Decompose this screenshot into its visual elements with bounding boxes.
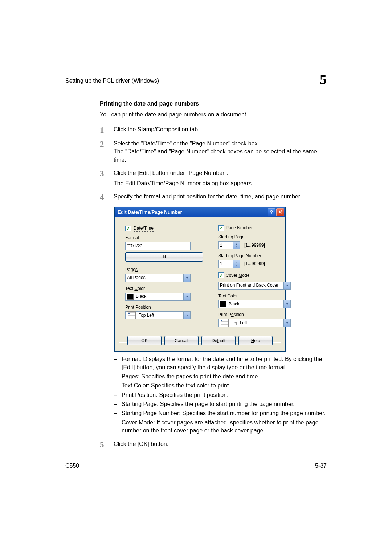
covermode-checkbox[interactable]: ✓ Cover Mode bbox=[218, 272, 291, 279]
step-3: 3 Click the [Edit] button under "Page Nu… bbox=[100, 169, 327, 188]
step-2-number: 2 bbox=[100, 140, 114, 164]
chapter-number: 5 bbox=[320, 73, 327, 86]
datetime-column: ✓ Date/Time Format '07/1/23 Edit... Page… bbox=[125, 225, 203, 327]
startingpagenum-label: Starting Page Number bbox=[218, 253, 291, 259]
textcolor-left-combo[interactable]: Black ▾ bbox=[125, 293, 191, 301]
format-field: '07/1/23 bbox=[125, 242, 191, 250]
checkbox-icon: ✓ bbox=[218, 272, 224, 278]
titlebar-help-button[interactable]: ? bbox=[268, 208, 275, 216]
step-4: 4 Specify the format and print position … bbox=[100, 193, 327, 202]
default-button[interactable]: Default bbox=[201, 336, 236, 345]
bullet-covermode: Cover Mode: If cover pages are attached,… bbox=[122, 419, 327, 435]
dialog-title: Edit Date/Time/Page Number bbox=[118, 209, 267, 216]
step-5-number: 5 bbox=[100, 440, 114, 449]
spinner-arrows-icon: ▴▾ bbox=[233, 242, 240, 249]
spinner-arrows-icon: ▴▾ bbox=[233, 260, 240, 268]
bullet-startpagenum: Starting Page Number: Specifies the star… bbox=[122, 409, 327, 417]
titlebar-close-button[interactable]: ✕ bbox=[276, 208, 284, 216]
edit-dialog: Edit Date/Time/Page Number ? ✕ ✓ Date/Ti… bbox=[114, 207, 286, 352]
step-3-number: 3 bbox=[100, 169, 114, 188]
chevron-down-icon: ▾ bbox=[183, 274, 190, 282]
pagenumber-checkbox[interactable]: ✓ Page Number bbox=[218, 225, 291, 231]
step-1-text: Click the Stamp/Composition tab. bbox=[114, 126, 327, 135]
bullet-printpos: Print Position: Specifies the print posi… bbox=[122, 391, 327, 399]
chevron-down-icon: ▾ bbox=[283, 282, 290, 289]
footer-model: C550 bbox=[65, 463, 79, 469]
startingpagenum-range: [1...99999] bbox=[244, 261, 265, 267]
step-2: 2 Select the "Date/Time" or the "Page Nu… bbox=[100, 140, 327, 164]
section-heading: Printing the date and page numbers bbox=[100, 100, 327, 108]
step-5: 5 Click the [OK] button. bbox=[100, 440, 327, 449]
bullet-textcolor: Text Color: Specifies the text color to … bbox=[122, 382, 327, 390]
footer-page-number: 5-37 bbox=[315, 463, 327, 469]
ok-button[interactable]: OK bbox=[127, 336, 162, 345]
edit-button[interactable]: Edit... bbox=[125, 252, 203, 262]
color-swatch-icon bbox=[127, 294, 134, 300]
position-icon bbox=[127, 311, 136, 319]
step-5-text: Click the [OK] button. bbox=[114, 440, 327, 449]
step-1-number: 1 bbox=[100, 126, 114, 135]
startingpage-label: Starting Page bbox=[218, 234, 291, 240]
chevron-down-icon: ▾ bbox=[283, 300, 290, 308]
datetime-label: ate/Time bbox=[137, 226, 154, 231]
cancel-button[interactable]: Cancel bbox=[164, 336, 199, 345]
checkbox-icon: ✓ bbox=[218, 225, 224, 231]
startingpage-spinner[interactable]: 1 ▴▾ bbox=[218, 241, 240, 249]
step-4-number: 4 bbox=[100, 193, 114, 202]
chevron-down-icon: ▾ bbox=[283, 319, 290, 327]
datetime-checkbox[interactable]: ✓ Date/Time bbox=[125, 225, 203, 232]
step-3-sub: The Edit Date/Time/Page Number dialog bo… bbox=[114, 180, 327, 188]
checkbox-icon: ✓ bbox=[125, 226, 131, 231]
textcolor-right-combo[interactable]: Black ▾ bbox=[218, 300, 291, 308]
pages-label: Pages bbox=[125, 267, 203, 273]
step-4-text: Specify the format and print position fo… bbox=[114, 193, 327, 202]
step-2-text: Select the "Date/Time" or the "Page Numb… bbox=[114, 140, 327, 148]
startingpage-range: [1...99999] bbox=[244, 242, 265, 249]
bullet-startpage: Starting Page: Specifies the page to sta… bbox=[122, 400, 327, 408]
dialog-titlebar: Edit Date/Time/Page Number ? ✕ bbox=[115, 207, 285, 217]
help-button[interactable]: Help bbox=[238, 336, 273, 345]
pagenumber-column: ✓ Page Number Starting Page 1 ▴▾ [1...99… bbox=[218, 225, 291, 327]
bullet-format: Format: Displays the format for the date… bbox=[122, 355, 327, 372]
description-list: –Format: Displays the format for the dat… bbox=[114, 355, 327, 435]
section-intro: You can print the date and page numbers … bbox=[100, 111, 327, 119]
printpos-right-combo[interactable]: Top Left ▾ bbox=[218, 319, 291, 327]
step-1: 1 Click the Stamp/Composition tab. bbox=[100, 126, 327, 135]
color-swatch-icon bbox=[220, 301, 226, 307]
startingpagenum-spinner[interactable]: 1 ▴▾ bbox=[218, 260, 240, 268]
printpos-right-label: Print Position bbox=[218, 312, 291, 318]
chevron-down-icon: ▾ bbox=[183, 312, 190, 319]
step-3-text: Click the [Edit] button under "Page Numb… bbox=[114, 169, 327, 177]
printpos-left-label: Print Position bbox=[125, 304, 203, 311]
step-2-sub: The "Date/Time" and "Page Number" check … bbox=[114, 148, 327, 164]
covermode-combo[interactable]: Print on Front and Back Cover ▾ bbox=[218, 282, 291, 290]
page-footer: C550 5-37 bbox=[65, 460, 327, 469]
textcolor-left-label: Text Color bbox=[125, 286, 203, 292]
format-label: Format bbox=[125, 235, 203, 241]
position-icon bbox=[220, 319, 229, 327]
printpos-left-combo[interactable]: Top Left ▾ bbox=[125, 311, 191, 319]
chevron-down-icon: ▾ bbox=[183, 293, 190, 300]
bullet-pages: Pages: Specifies the pages to print the … bbox=[122, 373, 327, 381]
pages-combo[interactable]: All Pages ▾ bbox=[125, 274, 191, 282]
header-section-title: Setting up the PCL driver (Windows) bbox=[65, 78, 159, 84]
page-header: Setting up the PCL driver (Windows) 5 bbox=[65, 73, 327, 85]
textcolor-right-label: Text Color bbox=[218, 293, 291, 299]
